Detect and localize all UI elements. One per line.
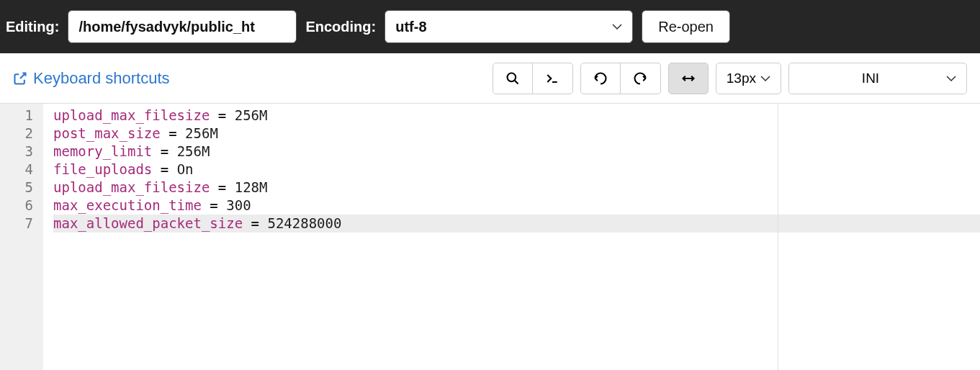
line-number: 1 (0, 107, 43, 125)
reopen-button[interactable]: Re-open (642, 10, 730, 43)
code-line[interactable]: max_execution_time = 300 (53, 197, 980, 215)
wrap-icon (681, 71, 696, 86)
encoding-value: utf-8 (395, 19, 426, 35)
search-group (493, 63, 573, 94)
undo-icon (593, 71, 608, 86)
external-link-icon (13, 71, 27, 86)
code-line[interactable]: upload_max_filesize = 128M (53, 179, 980, 197)
toolbar-right: 13px INI (493, 63, 967, 94)
encoding-select[interactable]: utf-8 (385, 10, 633, 43)
chevron-down-icon (946, 76, 956, 81)
line-number: 2 (0, 125, 43, 143)
code-editor[interactable]: 1234567 upload_max_filesize = 256Mpost_m… (0, 104, 980, 370)
editor-toolbar: Keyboard shortcuts 13px INI (0, 53, 980, 104)
code-line[interactable]: upload_max_filesize = 256M (53, 107, 980, 125)
code-line[interactable]: memory_limit = 256M (53, 143, 980, 161)
code-line[interactable]: post_max_size = 256M (53, 125, 980, 143)
undo-button[interactable] (580, 63, 621, 94)
code-line[interactable]: file_uploads = On (53, 161, 980, 179)
line-number: 6 (0, 197, 43, 215)
editing-label: Editing: (6, 19, 59, 35)
code-line[interactable]: max_allowed_packet_size = 524288000 (53, 215, 980, 233)
line-number: 7 (0, 215, 43, 233)
chevron-down-icon (760, 76, 770, 81)
terminal-icon (545, 71, 559, 86)
gutter: 1234567 (0, 104, 43, 370)
wrap-toggle-button[interactable] (668, 63, 709, 94)
code-area[interactable]: upload_max_filesize = 256Mpost_max_size … (43, 104, 980, 370)
search-button[interactable] (493, 63, 533, 94)
top-bar: Editing: Encoding: utf-8 Re-open (0, 0, 980, 53)
redo-button[interactable] (621, 63, 661, 94)
file-path-input[interactable] (68, 10, 297, 43)
line-number: 4 (0, 161, 43, 179)
redo-icon (633, 71, 647, 86)
keyboard-shortcuts-link[interactable]: Keyboard shortcuts (13, 69, 170, 88)
print-margin-ruler (778, 104, 778, 370)
line-number: 5 (0, 179, 43, 197)
language-select[interactable]: INI (788, 63, 967, 94)
command-button[interactable] (533, 63, 573, 94)
font-size-select[interactable]: 13px (716, 63, 781, 94)
svg-point-0 (507, 73, 516, 81)
undo-redo-group (580, 63, 661, 94)
encoding-label: Encoding: (305, 19, 376, 35)
search-icon (505, 71, 520, 86)
line-number: 3 (0, 143, 43, 161)
chevron-down-icon (612, 24, 622, 30)
